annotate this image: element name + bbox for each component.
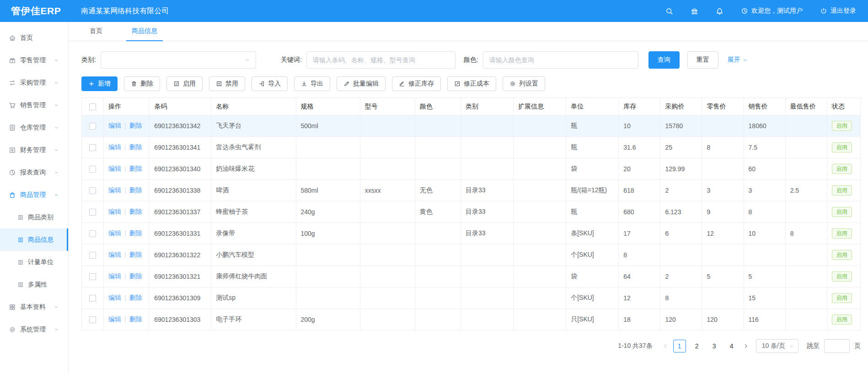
table-cell: 6901236301342 — [150, 115, 211, 137]
delete-link[interactable]: 删除 — [129, 122, 142, 129]
chevron-down-icon — [54, 170, 59, 175]
app-logo: 管伊佳ERP — [11, 5, 61, 17]
edit-link[interactable]: 编辑 — [108, 315, 121, 323]
edit-link[interactable]: 编辑 — [108, 143, 121, 151]
row-checkbox[interactable] — [89, 144, 96, 151]
edit-link[interactable]: 编辑 — [108, 251, 121, 258]
toolbar-button-9[interactable]: 列设置 — [503, 76, 545, 91]
toolbar-button-4[interactable]: 导入 — [252, 76, 288, 91]
page-button-2[interactable]: 2 — [691, 340, 703, 352]
delete-link[interactable]: 删除 — [129, 251, 142, 258]
search-icon[interactable] — [665, 7, 673, 15]
table-cell: 奶油味爆米花 — [211, 158, 296, 180]
table-cell: 64 — [619, 266, 660, 287]
sidebar-subitem-0[interactable]: 商品类别 — [0, 206, 68, 228]
status-badge: 启用 — [832, 250, 852, 260]
bank-icon[interactable] — [691, 7, 698, 15]
toolbar-button-7[interactable]: 修正库存 — [392, 76, 441, 91]
chevron-down-icon — [789, 344, 794, 349]
delete-link[interactable]: 删除 — [129, 229, 142, 237]
row-checkbox[interactable] — [89, 123, 96, 130]
row-checkbox[interactable] — [89, 273, 96, 280]
sidebar-item-2[interactable]: 采购管理 — [0, 71, 68, 94]
cost-icon — [454, 81, 461, 87]
toolbar-button-0[interactable]: 新增 — [81, 76, 118, 91]
color-input[interactable] — [483, 51, 638, 69]
sidebar-item-8[interactable]: 基本资料 — [0, 296, 68, 318]
row-checkbox[interactable] — [89, 209, 96, 216]
toolbar-button-2[interactable]: 启用 — [166, 76, 203, 91]
table-cell: 15780 — [660, 115, 702, 137]
toolbar-button-5[interactable]: 导出 — [294, 76, 330, 91]
sidebar-item-label: 商品管理 — [20, 191, 46, 199]
table-row: 编辑|删除6901236301322小鹏汽车模型个[SKU]8启用 — [82, 244, 861, 266]
welcome-user[interactable]: 欢迎您，测试用户 — [741, 7, 803, 15]
toolbar-button-1[interactable]: 删除 — [124, 76, 160, 91]
row-checkbox[interactable] — [89, 316, 96, 323]
category-select[interactable] — [101, 51, 256, 69]
table-cell — [514, 115, 566, 137]
edit-link[interactable]: 编辑 — [108, 208, 121, 215]
delete-link[interactable]: 删除 — [129, 315, 142, 323]
sidebar-item-0[interactable]: 首页 — [0, 27, 68, 49]
row-checkbox[interactable] — [89, 252, 96, 259]
bell-icon[interactable] — [716, 7, 723, 15]
edit-link[interactable]: 编辑 — [108, 186, 121, 194]
table-cell: 6.123 — [660, 201, 702, 223]
select-all-checkbox[interactable] — [89, 103, 96, 110]
edit-link[interactable]: 编辑 — [108, 272, 121, 280]
delete-link[interactable]: 删除 — [129, 143, 142, 151]
sidebar-item-6[interactable]: 报表查询 — [0, 161, 68, 184]
row-checkbox[interactable] — [89, 166, 96, 173]
delete-link[interactable]: 删除 — [129, 294, 142, 301]
search-button[interactable]: 查询 — [648, 51, 680, 69]
sidebar-item-9[interactable]: 系统管理 — [0, 318, 68, 341]
sidebar-subitem-2[interactable]: 计量单位 — [0, 251, 68, 273]
row-checkbox[interactable] — [89, 295, 96, 302]
toolbar-button-3[interactable]: 禁用 — [209, 76, 245, 91]
sidebar-item-4[interactable]: 仓库管理 — [0, 116, 68, 139]
table-cell — [461, 158, 513, 180]
keyword-input[interactable] — [306, 51, 455, 69]
reset-button[interactable]: 重置 — [687, 51, 718, 69]
delete-link[interactable]: 删除 — [129, 165, 142, 172]
jump-page-input[interactable] — [824, 339, 850, 353]
toolbar-button-8[interactable]: 修正成本 — [447, 76, 496, 91]
status-badge: 启用 — [832, 293, 852, 303]
table-cell — [461, 137, 513, 158]
edit-link[interactable]: 编辑 — [108, 229, 121, 237]
page-button-1[interactable]: 1 — [673, 340, 686, 352]
tab-1[interactable]: 商品信息 — [126, 22, 163, 41]
sidebar-item-1[interactable]: 零售管理 — [0, 49, 68, 71]
next-page-button[interactable] — [743, 343, 749, 349]
page-size-select[interactable]: 10 条/页 — [756, 339, 798, 353]
sidebar-subitem-label: 多属性 — [28, 281, 47, 289]
edit-link[interactable]: 编辑 — [108, 294, 121, 301]
row-checkbox[interactable] — [89, 187, 96, 194]
expand-link[interactable]: 展开 — [728, 56, 748, 64]
page-button-4[interactable]: 4 — [725, 340, 738, 352]
sidebar-subitem-3[interactable]: 多属性 — [0, 273, 68, 296]
edit-link[interactable]: 编辑 — [108, 165, 121, 172]
tab-0[interactable]: 首页 — [84, 22, 108, 41]
delete-link[interactable]: 删除 — [129, 272, 142, 280]
delete-link[interactable]: 删除 — [129, 186, 142, 194]
table-cell — [461, 309, 513, 331]
table-cell: 2 — [660, 266, 702, 287]
delete-link[interactable]: 删除 — [129, 208, 142, 215]
sidebar-item-label: 报表查询 — [20, 168, 46, 177]
prev-page-button[interactable] — [663, 343, 668, 349]
sidebar-item-7[interactable]: 商品管理 — [0, 184, 68, 206]
adjust-icon — [399, 81, 405, 87]
toolbar-button-6[interactable]: 批量编辑 — [337, 76, 386, 91]
page-button-3[interactable]: 3 — [708, 340, 721, 352]
edit-link[interactable]: 编辑 — [108, 122, 121, 129]
logout-button[interactable]: 退出登录 — [820, 7, 856, 15]
gear-icon — [509, 81, 516, 87]
sidebar-subitem-label: 计量单位 — [28, 258, 54, 266]
table-cell: 12 — [702, 223, 744, 244]
row-checkbox[interactable] — [89, 230, 96, 237]
sidebar-item-5[interactable]: 财务管理 — [0, 139, 68, 161]
sidebar-item-3[interactable]: 销售管理 — [0, 94, 68, 116]
sidebar-subitem-1[interactable]: 商品信息 — [0, 228, 68, 251]
